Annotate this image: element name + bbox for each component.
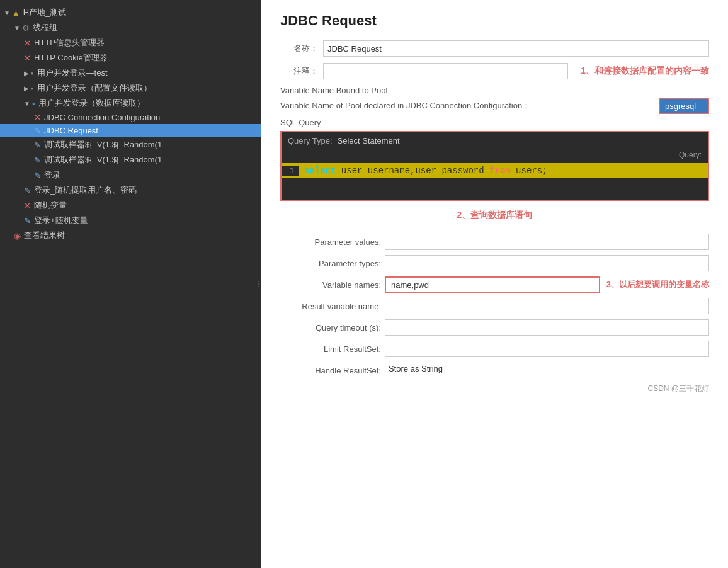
pool-value[interactable]: psgresql <box>659 98 709 114</box>
keyword-from: from <box>489 166 511 176</box>
result-var-label: Result variable name: <box>280 302 381 311</box>
pencil-icon: ✎ <box>34 126 41 135</box>
square-icon: ▪ <box>31 69 34 78</box>
annotation-3: 3、以后想要调用的变量名称 <box>606 279 709 290</box>
sidebar-item-label: 用户并发登录（数据库读取） <box>38 98 145 109</box>
cross-icon: ✕ <box>24 54 31 63</box>
annotation-1: 1、和连接数据库配置的内容一致 <box>581 65 709 77</box>
sidebar-item-debug-sampler-1[interactable]: ✎调试取样器${_V(1.${_Random(1 <box>0 137 261 152</box>
limit-resultset-input[interactable] <box>385 341 709 357</box>
sidebar-item-login-plus[interactable]: ✎登录+随机变量 <box>0 213 261 228</box>
sidebar-item-label: 用户并发登录（配置文件读取） <box>37 82 152 94</box>
annotation-2: 2、查询数据库语句 <box>457 210 533 221</box>
pencil-icon: ✎ <box>24 216 31 225</box>
query-timeout-label: Query timeout (s): <box>280 323 381 332</box>
sidebar-item-label: 登录_随机提取用户名、密码 <box>34 185 137 196</box>
comment-input[interactable] <box>323 63 568 79</box>
sidebar-item-label: 线程组 <box>33 22 57 33</box>
query-timeout-row: Query timeout (s): <box>280 319 709 336</box>
gear-icon: ⚙ <box>22 23 30 33</box>
query-timeout-input[interactable] <box>385 319 709 336</box>
variable-bound-label: Variable Name Bound to Pool <box>280 86 387 95</box>
sidebar-item-label: JDBC Request <box>44 126 98 135</box>
sidebar-item-random-var[interactable]: ✕随机变量 <box>0 198 261 213</box>
result-var-input[interactable] <box>385 298 709 314</box>
resize-handle[interactable] <box>257 271 261 297</box>
keyword-select: select <box>304 166 336 176</box>
sql-annotation-row: 2、查询数据库语句 <box>280 210 709 221</box>
code-line-1: 1 select user_username,user_password fro… <box>282 163 708 178</box>
pool-row: Variable Name of Pool declared in JDBC C… <box>280 98 709 114</box>
sidebar-item-http-header[interactable]: ✕HTTP信息头管理器 <box>0 35 261 50</box>
sidebar-item-http-cookie[interactable]: ✕HTTP Cookie管理器 <box>0 50 261 65</box>
query-label: Query: <box>679 151 702 159</box>
sidebar: ▼▲H产地_测试▼⚙线程组✕HTTP信息头管理器✕HTTP Cookie管理器▶… <box>0 0 261 568</box>
code-table: users; <box>516 166 547 176</box>
sidebar-item-label: 登录 <box>44 169 60 181</box>
result-var-row: Result variable name: <box>280 298 709 314</box>
query-type-row: Query Type: Select Statement <box>282 132 708 149</box>
handle-resultset-label: Handle ResultSet: <box>280 366 381 375</box>
sidebar-item-label: 随机变量 <box>34 200 67 211</box>
pencil-icon: ✎ <box>24 186 31 195</box>
handle-resultset-value: Store as String <box>385 362 709 378</box>
sidebar-item-label: HTTP信息头管理器 <box>34 37 105 48</box>
variable-names-label: Variable names: <box>280 280 381 290</box>
comment-label: 注释： <box>280 65 318 77</box>
sidebar-item-user-login-test[interactable]: ▶▪用户并发登录—test <box>0 65 261 81</box>
param-values-row: Parameter values: <box>280 234 709 250</box>
chevron-icon: ▶ <box>24 70 29 77</box>
sidebar-item-thread-group[interactable]: ▼⚙线程组 <box>0 20 261 35</box>
pool-declared-label: Variable Name of Pool declared in JDBC C… <box>280 100 659 111</box>
db-icon: ▪ <box>32 99 35 108</box>
pencil-icon: ✎ <box>34 140 41 150</box>
name-input[interactable] <box>323 40 709 57</box>
chevron-icon: ▼ <box>14 25 20 31</box>
name-label: 名称： <box>280 43 318 54</box>
sql-query-title: SQL Query <box>280 118 709 127</box>
cross-icon: ✕ <box>34 113 41 122</box>
sidebar-item-label: 用户并发登录—test <box>37 67 108 79</box>
chevron-icon: ▼ <box>4 9 10 16</box>
handle-resultset-row: Handle ResultSet: Store as String <box>280 362 709 378</box>
cross-icon: ✕ <box>24 201 31 210</box>
sidebar-item-jdbc-connection[interactable]: ✕JDBC Connection Configuration <box>0 111 261 124</box>
sidebar-item-login[interactable]: ✎登录 <box>0 168 261 183</box>
main-panel: JDBC Request 名称： 注释： 1、和连接数据库配置的内容一致 Var… <box>261 0 728 568</box>
cross-icon: ✕ <box>24 38 31 48</box>
sidebar-item-result-tree[interactable]: ◉查看结果树 <box>0 228 261 243</box>
code-content: select user_username,user_password from … <box>299 166 708 176</box>
sidebar-item-user-login-config[interactable]: ▶▪用户并发登录（配置文件读取） <box>0 81 261 96</box>
limit-resultset-label: Limit ResultSet: <box>280 344 381 354</box>
param-types-row: Parameter types: <box>280 255 709 271</box>
name-row: 名称： <box>280 40 709 57</box>
variable-names-input[interactable] <box>385 276 600 293</box>
query-type-value: Select Statement <box>338 136 400 145</box>
pencil-icon: ✎ <box>34 171 41 180</box>
param-values-label: Parameter values: <box>280 237 381 247</box>
sidebar-item-label: 登录+随机变量 <box>34 215 88 226</box>
sidebar-item-label: 调试取样器${_V(1.${_Random(1 <box>44 139 162 151</box>
sidebar-item-label: H产地_测试 <box>23 7 67 18</box>
sidebar-item-label: 查看结果树 <box>24 230 65 241</box>
param-types-input[interactable] <box>385 255 709 271</box>
code-area[interactable]: 1 select user_username,user_password fro… <box>282 161 708 200</box>
chevron-icon: ▶ <box>24 85 29 92</box>
code-fields: user_username,user_password <box>341 166 489 176</box>
param-values-input[interactable] <box>385 234 709 250</box>
sidebar-item-jdbc-request[interactable]: ✎JDBC Request <box>0 124 261 137</box>
sidebar-item-debug-sampler-2[interactable]: ✎调试取样器${_V(1.${_Random(1 <box>0 152 261 168</box>
pencil-icon: ✎ <box>34 156 41 165</box>
sidebar-item-label: HTTP Cookie管理器 <box>34 52 108 64</box>
sidebar-item-login-random[interactable]: ✎登录_随机提取用户名、密码 <box>0 183 261 198</box>
sidebar-item-user-login-db[interactable]: ▼▪用户并发登录（数据库读取） <box>0 96 261 111</box>
project-icon: ▲ <box>12 8 20 18</box>
line-number: 1 <box>282 166 299 176</box>
param-types-label: Parameter types: <box>280 259 381 268</box>
comment-row: 注释： 1、和连接数据库配置的内容一致 <box>280 63 709 79</box>
square-icon: ▪ <box>31 84 34 93</box>
result-icon: ◉ <box>14 231 21 241</box>
page-title: JDBC Request <box>280 13 709 29</box>
chevron-icon: ▼ <box>24 100 30 107</box>
sidebar-item-h-test[interactable]: ▼▲H产地_测试 <box>0 5 261 20</box>
